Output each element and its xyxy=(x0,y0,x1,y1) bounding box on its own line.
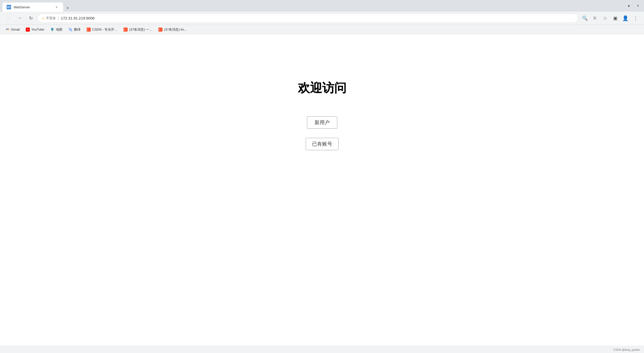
bookmarks-bar: Gmail YouTube 地图 翻译 xyxy=(0,25,644,34)
translate-icon xyxy=(68,28,73,32)
security-text: 不安全 xyxy=(46,16,56,20)
extensions-button[interactable]: ▣ xyxy=(611,14,620,23)
tab-title: WebServer xyxy=(14,5,52,9)
bookmark-csdn2[interactable]: C (37条消息) 一… xyxy=(121,26,155,33)
forward-button[interactable]: → xyxy=(15,14,24,23)
back-icon: ← xyxy=(6,15,11,21)
bookmark-csdn1-label: CSDN - 专业开… xyxy=(92,27,117,32)
status-text: CSDN @fang_guobin xyxy=(613,348,640,351)
bookmark-translate[interactable]: 翻译 xyxy=(66,26,83,33)
reload-icon: ↻ xyxy=(29,15,33,21)
bookmark-maps-label: 地图 xyxy=(56,27,62,32)
tab-close-button[interactable]: × xyxy=(54,5,59,10)
title-bar: WS WebServer × + ▾ × xyxy=(0,0,644,12)
account-icon: 👤 xyxy=(622,15,629,21)
menu-icon: ⋮ xyxy=(633,15,638,21)
bookmark-youtube[interactable]: YouTube xyxy=(23,27,47,33)
tab-area: WS WebServer × + xyxy=(3,0,623,12)
share-button[interactable]: ⎘ xyxy=(590,14,600,23)
bookmark-gmail[interactable]: Gmail xyxy=(3,27,22,33)
browser-window: WS WebServer × + ▾ × ← → ↻ ⚠ 不安全 | xyxy=(0,0,644,353)
address-bar[interactable]: ⚠ 不安全 | 172.31.91.219:9006 xyxy=(37,14,578,23)
tab-favicon: WS xyxy=(7,5,11,9)
title-bar-controls: ▾ × xyxy=(625,2,641,9)
address-host: 172.31.91.219 xyxy=(61,16,85,20)
existing-user-button[interactable]: 已有账号 xyxy=(306,138,339,150)
gmail-icon xyxy=(6,28,10,32)
svg-text:C: C xyxy=(87,29,89,31)
warning-icon: ⚠ xyxy=(42,16,45,20)
csdn2-icon: C xyxy=(124,28,128,32)
csdn1-icon: C xyxy=(87,28,91,32)
search-button[interactable]: 🔍 xyxy=(580,14,589,23)
new-user-button[interactable]: 新用户 xyxy=(307,116,337,129)
bookmark-youtube-label: YouTube xyxy=(31,28,44,31)
svg-text:C: C xyxy=(159,29,160,31)
share-icon: ⎘ xyxy=(594,16,596,20)
bookmark-csdn3[interactable]: C (37条消息) lin… xyxy=(156,26,190,33)
menu-button[interactable]: ⋮ xyxy=(631,14,640,23)
address-text: 172.31.91.219:9006 xyxy=(61,16,94,20)
bookmark-button[interactable]: ☆ xyxy=(601,14,610,23)
bookmark-csdn2-label: (37条消息) 一… xyxy=(129,27,152,32)
bookmark-csdn1[interactable]: C CSDN - 专业开… xyxy=(84,26,120,33)
active-tab[interactable]: WS WebServer × xyxy=(3,3,63,12)
bookmark-maps[interactable]: 地图 xyxy=(48,26,65,33)
status-bar: CSDN @fang_guobin xyxy=(0,346,644,353)
csdn3-icon: C xyxy=(158,28,162,32)
bookmark-csdn3-label: (37条消息) lin… xyxy=(164,27,187,32)
address-port: :9006 xyxy=(85,16,95,20)
youtube-icon xyxy=(26,28,30,32)
navigation-bar: ← → ↻ ⚠ 不安全 | 172.31.91.219:9006 🔍 ⎘ xyxy=(0,12,644,25)
reload-button[interactable]: ↻ xyxy=(26,14,35,23)
button-group: 新用户 已有账号 xyxy=(306,116,339,150)
page-content: 欢迎访问 新用户 已有账号 xyxy=(0,34,644,346)
separator: | xyxy=(58,16,59,20)
account-button[interactable]: 👤 xyxy=(621,14,630,23)
back-button[interactable]: ← xyxy=(4,14,13,23)
star-icon: ☆ xyxy=(603,15,607,21)
extensions-icon: ▣ xyxy=(613,15,617,21)
bookmark-gmail-label: Gmail xyxy=(11,28,20,31)
maps-icon xyxy=(50,28,54,32)
security-warning: ⚠ 不安全 xyxy=(42,16,56,20)
bookmark-translate-label: 翻译 xyxy=(74,27,81,32)
window-close-button[interactable]: × xyxy=(634,2,641,9)
new-tab-button[interactable]: + xyxy=(64,5,71,12)
nav-actions: 🔍 ⎘ ☆ ▣ 👤 ⋮ xyxy=(580,14,640,23)
forward-icon: → xyxy=(17,15,22,21)
window-dropdown-button[interactable]: ▾ xyxy=(625,2,632,9)
svg-text:C: C xyxy=(124,29,126,31)
search-icon: 🔍 xyxy=(582,15,588,21)
page-title: 欢迎访问 xyxy=(298,80,346,96)
